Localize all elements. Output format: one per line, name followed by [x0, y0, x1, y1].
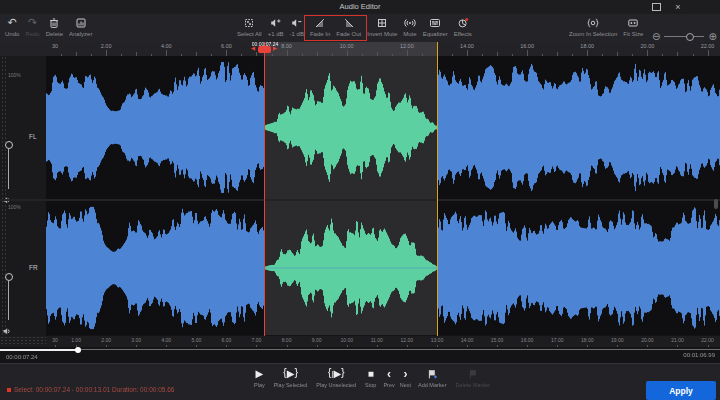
play-unselected-button[interactable]: {|▶}Play Unselected [316, 367, 356, 388]
current-position-label: 00:00:07.24 [6, 354, 38, 360]
play-unselected-label: Play Unselected [316, 382, 356, 388]
overview-tick [557, 345, 558, 347]
delete-marker-label: Delete Marker [455, 382, 490, 388]
close-icon: × [675, 3, 680, 12]
1-db-label: +1 dB [268, 31, 284, 37]
overview-time-label: 15.00 [491, 337, 504, 343]
mute-button[interactable]: Mute [400, 15, 419, 37]
equalizer-button[interactable]: Equalizer [420, 15, 451, 37]
equalizer-label: Equalizer [423, 31, 448, 37]
ruler-time-label: 18.00 [580, 43, 594, 49]
analyzer-button[interactable]: Analyzer [66, 15, 95, 37]
mute-icon [404, 15, 416, 30]
fit-size-button[interactable]: Fit Size [620, 15, 646, 37]
overview-time-label: 21.00 [671, 337, 684, 343]
overview-tick [677, 345, 678, 347]
ruler-time-label: 30 [52, 43, 58, 49]
delete-icon [48, 15, 60, 30]
mute-label: Mute [403, 31, 416, 37]
zoom-in-icon[interactable]: ⊕ [708, 31, 716, 42]
add-marker-label: Add Marker [418, 382, 446, 388]
overview-tick [587, 345, 588, 347]
add-marker-button[interactable]: Add Marker [418, 367, 446, 388]
overview-time-label: 6.00 [222, 337, 232, 343]
overview-tick [437, 345, 438, 347]
fit-size-icon [627, 15, 639, 30]
prev-button[interactable]: ‹Prev [383, 367, 394, 388]
volume-slider-handle-fl[interactable] [5, 141, 13, 149]
selection-status-text: Select: 00:00:07.24 - 00:00:13.01 Durati… [14, 386, 174, 393]
selection-end-line[interactable] [437, 42, 438, 336]
overview-time-label: 30 [52, 337, 58, 343]
undo-label: Undo [5, 31, 19, 37]
fade-out-button[interactable]: Fade Out [333, 15, 364, 37]
timeline-ruler[interactable]: 302.004.006.008.0010.0012.0014.0016.0018… [0, 42, 720, 57]
1-db-button[interactable]: -1 dB [287, 15, 307, 37]
waveform-canvas-fl[interactable] [46, 56, 720, 199]
channel-label-fr: FR [29, 264, 38, 271]
select-all-icon [243, 15, 255, 30]
1-db-button[interactable]: +1 dB [265, 15, 287, 37]
undo-button[interactable]: ↶Undo [2, 15, 22, 37]
next-icon: › [403, 367, 407, 380]
overview-tick [377, 345, 378, 347]
maximize-button[interactable] [650, 2, 662, 12]
overview-time-label: 18.00 [581, 337, 594, 343]
overview-time-label: 4.00 [161, 337, 171, 343]
zoom-slider[interactable] [664, 36, 704, 37]
delete-button[interactable]: Delete [43, 15, 66, 37]
overview-tick [527, 345, 528, 347]
overview-tick [497, 345, 498, 347]
undo-icon: ↶ [8, 15, 17, 30]
invert-mute-button[interactable]: Invert Mute [364, 15, 400, 37]
seek-line-remaining[interactable] [78, 349, 720, 350]
overview-time-label: 16.00 [521, 337, 534, 343]
invert-mute-label: Invert Mute [367, 31, 397, 37]
volume-slider-handle-fr[interactable] [5, 273, 13, 281]
seek-handle[interactable] [75, 347, 81, 353]
seek-line-elapsed[interactable] [0, 349, 78, 351]
bottom-bar: Select: 00:00:07.24 - 00:00:13.01 Durati… [0, 363, 720, 400]
fade-in-button[interactable]: Fade In [307, 15, 333, 37]
zoom-slider-handle[interactable] [686, 33, 694, 41]
overview-tick [166, 345, 167, 347]
overview-tick [106, 345, 107, 347]
overview-time-label: 13.00 [431, 337, 444, 343]
stop-icon: ■ [368, 367, 374, 380]
redo-icon: ↷ [28, 15, 37, 30]
play-selected-button[interactable]: {▶}Play Selected [274, 367, 308, 388]
select-all-button[interactable]: Select All [234, 15, 265, 37]
overview-tick [196, 345, 197, 347]
overview-tick [347, 345, 348, 347]
fade-in-label: Fade In [310, 31, 330, 37]
volume-slider-track-fl[interactable] [8, 148, 9, 189]
toolbar: ↶Undo↷RedoDeleteAnalyzer Select All+1 dB… [0, 14, 720, 42]
next-button[interactable]: ›Next [400, 367, 411, 388]
play-unselected-icon: {|▶} [328, 367, 345, 380]
play-button[interactable]: ▶Play [254, 367, 265, 388]
ruler-time-label: 12.00 [400, 43, 414, 49]
zoom-out-icon[interactable]: ⊖ [652, 31, 660, 42]
overview-time-label: 7.00 [252, 337, 262, 343]
apply-button[interactable]: Apply [646, 381, 716, 400]
overview-time-label: 20.00 [641, 337, 654, 343]
prev-label: Prev [383, 382, 394, 388]
zoom-in-selection-button[interactable]: Zoom In Selection [566, 15, 620, 37]
zoom-in-selection-icon [587, 15, 599, 30]
close-button[interactable]: × [672, 2, 684, 12]
redo-button: ↷Redo [22, 15, 42, 37]
stop-button[interactable]: ■Stop [365, 367, 376, 388]
channel-label-fl: FL [29, 133, 37, 140]
playhead-marker[interactable] [258, 46, 271, 53]
effects-button[interactable]: Effects [451, 15, 475, 37]
effects-icon [457, 15, 469, 30]
overview-ruler[interactable]: 301.002.003.004.005.006.007.008.009.0010… [0, 336, 720, 347]
scale-label-fr: 100% [8, 204, 21, 210]
waveform-canvas-fr[interactable] [46, 201, 720, 335]
selection-start-playhead-line[interactable] [264, 42, 265, 336]
equalizer-icon [429, 15, 441, 30]
play-icon: ▶ [256, 367, 264, 380]
pane-handle[interactable] [714, 199, 718, 209]
volume-slider-track-fr[interactable] [8, 280, 9, 320]
zoom-control: ⊖ ⊕ [652, 31, 717, 42]
